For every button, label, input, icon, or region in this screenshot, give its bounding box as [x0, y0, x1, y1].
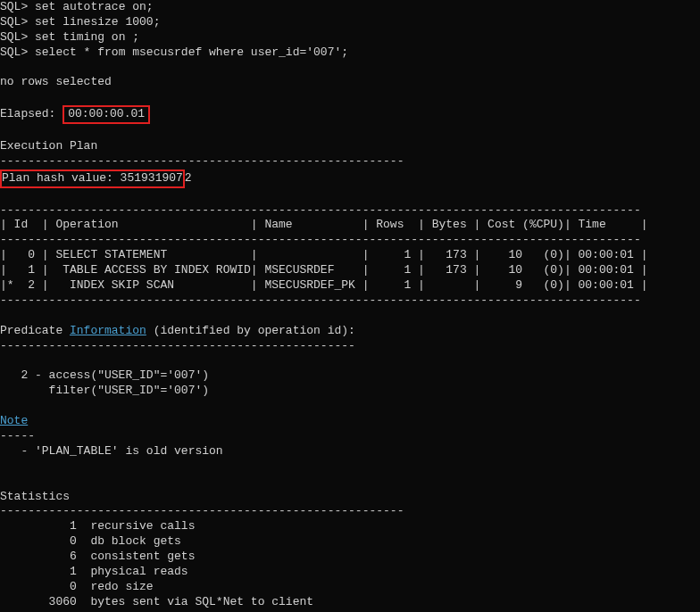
divider: -----: [0, 429, 35, 442]
information-link[interactable]: Information: [70, 324, 146, 337]
table-border: ----------------------------------------…: [0, 203, 641, 217]
predicate-prefix: Predicate: [0, 324, 70, 337]
no-rows-result: no rows selected: [0, 75, 112, 88]
note-link[interactable]: Note: [0, 414, 28, 427]
sql-command: set autotrace on;: [35, 0, 154, 13]
execution-plan-title: Execution Plan: [0, 139, 97, 153]
table-border: ----------------------------------------…: [0, 294, 641, 307]
table-header: | Id | Operation | Name | Rows | Bytes |…: [0, 218, 648, 231]
statistic-line: 3060 bytes sent via SQL*Net to client: [0, 595, 313, 608]
sql-command: set timing on ;: [35, 30, 139, 44]
table-row: |* 2 | INDEX SKIP SCAN | MSECUSRDEF_PK |…: [0, 278, 648, 292]
table-row: | 1 | TABLE ACCESS BY INDEX ROWID| MSECU…: [0, 263, 648, 277]
predicate-access: 2 - access("USER_ID"='007'): [0, 368, 209, 382]
sql-prompt: SQL>: [0, 0, 35, 13]
predicate-suffix: (identified by operation id):: [146, 324, 355, 337]
note-content: - 'PLAN_TABLE' is old version: [0, 444, 223, 458]
elapsed-value-highlight: 00:00:00.01: [62, 105, 150, 124]
statistic-line: 0 redo size: [0, 580, 154, 593]
terminal-output: SQL> set autotrace on; SQL> set linesize…: [0, 0, 700, 612]
statistic-line: 6 consistent gets: [0, 550, 195, 563]
table-row: | 0 | SELECT STATEMENT | | 1 | 173 | 10 …: [0, 248, 648, 261]
statistic-line: 1 physical reads: [0, 565, 188, 578]
statistic-line: 0 db block gets: [0, 534, 181, 548]
divider: ----------------------------------------…: [0, 504, 404, 517]
plan-hash-suffix: 2: [185, 171, 192, 185]
predicate-filter: filter("USER_ID"='007'): [0, 384, 209, 397]
elapsed-label: Elapsed:: [0, 107, 62, 120]
sql-prompt: SQL>: [0, 45, 35, 59]
divider: ----------------------------------------…: [0, 339, 355, 352]
sql-prompt: SQL>: [0, 30, 35, 44]
plan-hash-highlight: Plan hash value: 351931907: [0, 170, 185, 188]
divider: ----------------------------------------…: [0, 154, 404, 168]
statistics-title: Statistics: [0, 490, 70, 503]
sql-command: set linesize 1000;: [35, 15, 160, 29]
statistic-line: 1 recursive calls: [0, 519, 195, 533]
table-border: ----------------------------------------…: [0, 233, 641, 246]
sql-prompt: SQL>: [0, 15, 35, 29]
sql-command: select * from msecusrdef where user_id='…: [35, 45, 348, 59]
